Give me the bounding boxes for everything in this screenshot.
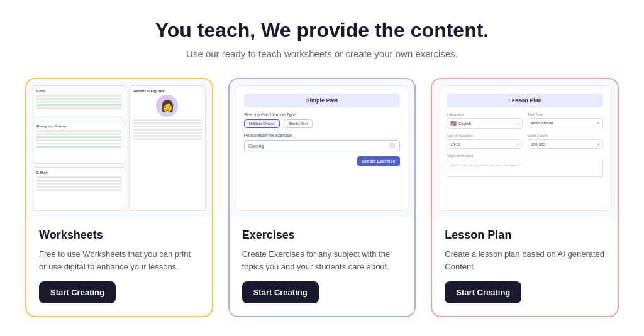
exercises-start-button[interactable]: Start Creating (242, 281, 319, 303)
ex-create-btn: Create Exercise (357, 156, 401, 166)
lp-topic-section: Topic of the text Which topic do you wan… (447, 154, 603, 177)
lp-topic-input: Which topic do you want the text to be a… (447, 160, 603, 177)
lp-row-2: Age of Readers 10-12 ▾ Word Count 20 (447, 134, 603, 149)
worksheets-description: Free to use Worksheets that you can prin… (39, 248, 199, 273)
lesson-plan-card: Lesson Plan Language 🇺🇸 English ▾ (431, 78, 619, 317)
lesson-plan-start-button[interactable]: Start Creating (445, 281, 521, 303)
exercises-description: Create Exercises for any subject with th… (242, 248, 402, 273)
ex-btn-blanks: Blanks Text (284, 119, 313, 128)
lp-texttype-field: Text Type informational ▾ (528, 112, 603, 129)
lesson-plan-description: Create a lesson plan based on AI generat… (445, 248, 605, 273)
lesson-plan-title: Lesson Plan (445, 229, 605, 242)
page-title: You teach, We provide the content. (155, 19, 489, 42)
worksheets-body: Worksheets Free to use Worksheets that y… (26, 217, 212, 316)
worksheets-preview: Chat Going to - future (26, 79, 212, 217)
worksheets-start-button[interactable]: Start Creating (39, 281, 116, 303)
worksheets-card: Chat Going to - future (25, 78, 213, 317)
lp-title: Lesson Plan (447, 94, 603, 107)
worksheet-mockup: Chat Going to - future (33, 85, 206, 211)
exercises-preview: Simple Past Select a Gamification Type M… (230, 79, 415, 217)
page-subtitle: Use our ready to teach worksheets or cre… (155, 48, 489, 59)
ex-type-buttons: Multiple Choice Blanks Text (244, 119, 401, 128)
ex-title: Simple Past (244, 94, 401, 107)
exercise-mockup: Simple Past Select a Gamification Type M… (236, 85, 409, 211)
lesson-plan-body: Lesson Plan Create a lesson plan based o… (432, 217, 618, 316)
lp-language-field: Language 🇺🇸 English ▾ (447, 112, 522, 129)
worksheets-title: Worksheets (39, 229, 199, 242)
lp-wordcount-field: Word Count 200-300 ▾ (528, 134, 603, 149)
lp-row-1: Language 🇺🇸 English ▾ Text Type (447, 112, 603, 129)
page-header: You teach, We provide the content. Use o… (155, 19, 489, 59)
cards-container: Chat Going to - future (25, 78, 619, 317)
lp-age-field: Age of Readers 10-12 ▾ (447, 134, 522, 149)
exercises-card: Simple Past Select a Gamification Type M… (228, 78, 416, 317)
lesson-preview: Lesson Plan Language 🇺🇸 English ▾ (432, 79, 618, 217)
exercises-body: Exercises Create Exercises for any subje… (230, 217, 415, 316)
ex-topic-input: Gaming (244, 140, 401, 151)
ex-btn-multiple: Multiple Choice (244, 119, 280, 128)
exercises-title: Exercises (242, 229, 402, 242)
lesson-mockup: Lesson Plan Language 🇺🇸 English ▾ (438, 85, 611, 211)
